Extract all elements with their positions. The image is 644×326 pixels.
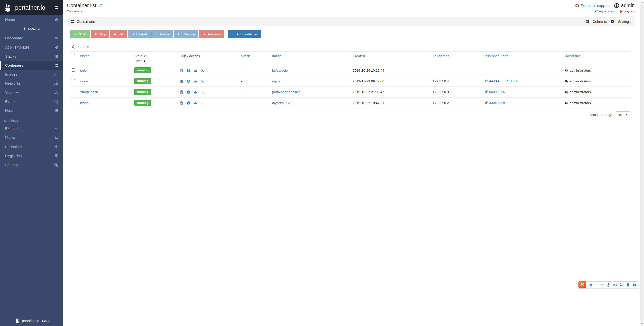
- column-header-ownership[interactable]: Ownership: [564, 54, 581, 58]
- state-filter[interactable]: Filter: [134, 59, 177, 63]
- column-header-created[interactable]: Created: [353, 54, 365, 58]
- quick-action-stats[interactable]: [194, 79, 197, 83]
- server-icon: [71, 20, 75, 23]
- sidebar-item-dashboard[interactable]: Dashboard: [0, 34, 63, 43]
- container-name-link[interactable]: mysql: [80, 101, 89, 105]
- sidebar-item-registries[interactable]: Registries: [0, 151, 63, 160]
- file-text-icon: [180, 90, 183, 94]
- start-button[interactable]: Start: [70, 30, 90, 38]
- sidebar-item-users[interactable]: Users: [0, 133, 63, 142]
- container-name-link[interactable]: nginx: [80, 79, 88, 83]
- log-out-link[interactable]: log out: [620, 9, 635, 13]
- ime-keyboard-icon[interactable]: [613, 283, 617, 287]
- quick-action-logs[interactable]: [180, 79, 183, 83]
- image-link[interactable]: mysql:5.7.28: [272, 101, 292, 105]
- image-link[interactable]: nginx: [272, 79, 280, 83]
- column-header-ports[interactable]: Published Ports: [485, 54, 508, 58]
- kill-button[interactable]: Kill: [110, 30, 127, 38]
- portainer-support-link[interactable]: Portainer support: [575, 3, 610, 8]
- resume-button[interactable]: Resume: [174, 30, 198, 38]
- row-checkbox[interactable]: [72, 68, 75, 72]
- quick-action-logs[interactable]: [180, 68, 183, 73]
- ime-emoji-icon[interactable]: ☺: [600, 283, 604, 287]
- stop-button[interactable]: Stop: [91, 30, 110, 38]
- column-header-name[interactable]: Name: [80, 54, 89, 58]
- sidebar-item-containers[interactable]: Containers: [0, 61, 63, 70]
- quick-action-console[interactable]: [201, 101, 205, 105]
- sidebar-toggle-icon[interactable]: [54, 5, 59, 10]
- resume-label: Resume: [182, 32, 195, 36]
- quick-action-inspect[interactable]: [187, 79, 190, 83]
- row-checkbox[interactable]: [72, 79, 75, 82]
- quick-action-console[interactable]: [201, 90, 205, 94]
- remove-button[interactable]: Remove: [199, 30, 224, 38]
- quick-action-console[interactable]: [201, 79, 205, 83]
- ime-skin-icon[interactable]: [626, 283, 630, 287]
- ime-microphone-icon[interactable]: [606, 283, 610, 287]
- terminal-icon: [201, 79, 205, 83]
- column-header-quick-actions: Quick actions: [178, 52, 240, 65]
- restart-button[interactable]: Restart: [128, 30, 151, 38]
- quick-action-stats[interactable]: [194, 68, 197, 73]
- scrollbar-up-arrow[interactable]: [640, 0, 644, 4]
- sidebar-item-networks[interactable]: Networks: [0, 79, 63, 88]
- ime-toolbox-icon[interactable]: [632, 283, 636, 287]
- select-all-checkbox[interactable]: [72, 54, 75, 57]
- sidebar-item-extensions[interactable]: Extensions: [0, 124, 63, 133]
- quick-action-stats[interactable]: [194, 90, 197, 94]
- published-port-link[interactable]: 443:443: [485, 79, 501, 83]
- ime-chinese-mode-icon[interactable]: 中: [589, 283, 592, 287]
- columns-button[interactable]: Columns: [585, 20, 607, 24]
- quick-action-inspect[interactable]: [187, 90, 190, 94]
- sogou-logo-icon[interactable]: S: [578, 281, 586, 288]
- published-port-link[interactable]: 3306:3306: [485, 101, 505, 105]
- caret-down-icon: ▼: [625, 114, 627, 116]
- scrollbar-thumb[interactable]: [640, 4, 644, 322]
- portainer-ship-logo-icon: [4, 3, 14, 12]
- quick-action-console[interactable]: [201, 68, 205, 73]
- sidebar-item-endpoints[interactable]: Endpoints: [0, 142, 63, 151]
- page-scrollbar[interactable]: [640, 0, 644, 326]
- page-size-select[interactable]: 10 ▼: [616, 111, 630, 118]
- published-port-link[interactable]: 9000:9000: [485, 90, 505, 94]
- scrollbar-down-arrow[interactable]: [640, 322, 644, 326]
- quick-action-logs[interactable]: [180, 101, 183, 105]
- sidebar-logo-strip: portainer.io: [0, 0, 63, 15]
- ime-punctuation-icon[interactable]: °,: [595, 283, 597, 287]
- table-row: sharp_nash running - portainer/portainer…: [70, 87, 631, 98]
- main-content: Container list Containers Portainer supp…: [63, 0, 640, 326]
- add-container-button[interactable]: Add container: [228, 30, 261, 38]
- table-settings-button[interactable]: Settings: [611, 20, 631, 24]
- sidebar-item-volumes[interactable]: Volumes: [0, 88, 63, 97]
- image-link[interactable]: portainer/portainer: [272, 90, 300, 94]
- row-checkbox[interactable]: [72, 101, 75, 104]
- column-header-image[interactable]: Image: [272, 54, 282, 58]
- container-name-link[interactable]: solo: [80, 69, 87, 72]
- refresh-icon[interactable]: [99, 3, 103, 8]
- portainer-ship-logo-icon: [15, 318, 21, 324]
- row-checkbox[interactable]: [72, 90, 75, 93]
- sidebar-item-images[interactable]: Images: [0, 70, 63, 79]
- sidebar-item-home[interactable]: Home: [0, 15, 63, 24]
- sidebar-item-app-templates[interactable]: App Templates: [0, 43, 63, 52]
- image-link[interactable]: b3log/solo: [272, 69, 288, 72]
- sidebar-item-host[interactable]: Host: [0, 106, 63, 115]
- column-header-ip[interactable]: IP Address: [433, 54, 449, 58]
- ime-3d-input-icon[interactable]: [619, 283, 623, 287]
- search-input[interactable]: [78, 45, 630, 49]
- sidebar-item-events[interactable]: Events: [0, 97, 63, 106]
- my-account-link[interactable]: my account: [594, 9, 616, 13]
- quick-action-logs[interactable]: [180, 90, 183, 94]
- page-header: Container list Containers Portainer supp…: [63, 0, 640, 13]
- column-header-stack[interactable]: Stack: [241, 54, 250, 58]
- quick-action-inspect[interactable]: [187, 68, 190, 73]
- container-name-link[interactable]: sharp_nash: [80, 90, 98, 94]
- column-header-state[interactable]: State: [134, 54, 147, 58]
- published-port-link[interactable]: 80:80: [505, 79, 518, 83]
- pause-button[interactable]: Pause: [151, 30, 173, 38]
- quick-action-stats[interactable]: [194, 101, 197, 105]
- sidebar-item-settings[interactable]: Settings: [0, 160, 63, 169]
- sidebar-item-stacks[interactable]: Stacks: [0, 52, 63, 61]
- quick-action-inspect[interactable]: [187, 101, 190, 105]
- created-cell: 2019-10-27 21:30:47: [351, 87, 431, 98]
